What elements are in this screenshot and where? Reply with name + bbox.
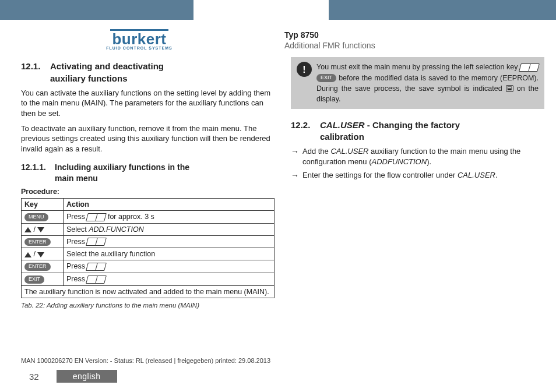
key-icon: [87, 276, 105, 284]
col-action: Action: [64, 198, 275, 210]
col-key: Key: [22, 198, 64, 210]
document-footer-line: MAN 1000206270 EN Version: - Status: RL …: [21, 357, 539, 364]
para-activate: You can activate the auxiliary functions…: [21, 88, 275, 119]
right-column: ! You must exit the main menu by pressin…: [291, 57, 544, 308]
table-row: EXIT Press: [22, 273, 275, 286]
enter-badge: ENTER: [24, 238, 51, 246]
language-label: english: [57, 370, 117, 383]
key-icon: [87, 238, 105, 246]
step-item: → Enter the settings for the flow contro…: [291, 170, 544, 181]
section-12-2-heading: 12.2.CAL.USER - Changing the factory cal…: [291, 119, 544, 143]
procedure-table: Key Action MENU Press for approx. 3 s / …: [21, 198, 275, 298]
down-arrow-icon: [37, 227, 44, 232]
exit-badge: EXIT: [24, 276, 44, 284]
arrow-right-icon: →: [291, 170, 299, 181]
key-icon: [87, 263, 105, 271]
table-caption: Tab. 22: Adding auxiliary functions to t…: [21, 302, 275, 309]
table-row: ENTER Press: [22, 260, 275, 273]
down-arrow-icon: [37, 252, 44, 257]
save-symbol-icon: [506, 85, 513, 92]
key-icon: [520, 63, 539, 72]
table-row: / Select ADD.FUNCTION: [22, 223, 275, 235]
key-icon: [87, 213, 105, 221]
page-number: 32: [0, 372, 57, 382]
procedure-label: Procedure:: [21, 188, 275, 196]
document-meta: Typ 8750 Additional FMR functions: [279, 24, 556, 50]
table-row: MENU Press for approx. 3 s: [22, 210, 275, 223]
product-type: Typ 8750: [284, 30, 539, 40]
step-item: → Add the CAL.USER auxiliary function to…: [291, 146, 544, 167]
enter-badge: ENTER: [24, 263, 51, 271]
section-name: Additional FMR functions: [284, 41, 539, 50]
menu-badge: MENU: [24, 213, 48, 221]
arrow-right-icon: →: [291, 146, 299, 167]
left-column: 12.1.Activating and deactivating auxilia…: [21, 57, 275, 308]
para-deactivate: To deactivate an auxiliary function, rem…: [21, 123, 275, 154]
brand-logo: burkert FLUID CONTROL SYSTEMS: [0, 24, 279, 57]
exit-badge: EXIT: [316, 74, 336, 82]
page-footer: 32 english: [0, 369, 117, 384]
table-row: The auxiliary function is now activated …: [22, 285, 275, 298]
top-banner: [0, 0, 556, 20]
table-row: / Select the auxiliary function: [22, 248, 275, 260]
table-row: ENTER Press: [22, 235, 275, 248]
warning-icon: !: [297, 62, 312, 77]
up-arrow-icon: [24, 252, 31, 257]
info-callout: ! You must exit the main menu by pressin…: [291, 57, 544, 109]
up-arrow-icon: [24, 227, 31, 232]
section-12-1-1-heading: 12.1.1.Including auxiliary functions in …: [21, 162, 275, 184]
section-12-1-heading: 12.1.Activating and deactivating auxilia…: [21, 61, 275, 84]
